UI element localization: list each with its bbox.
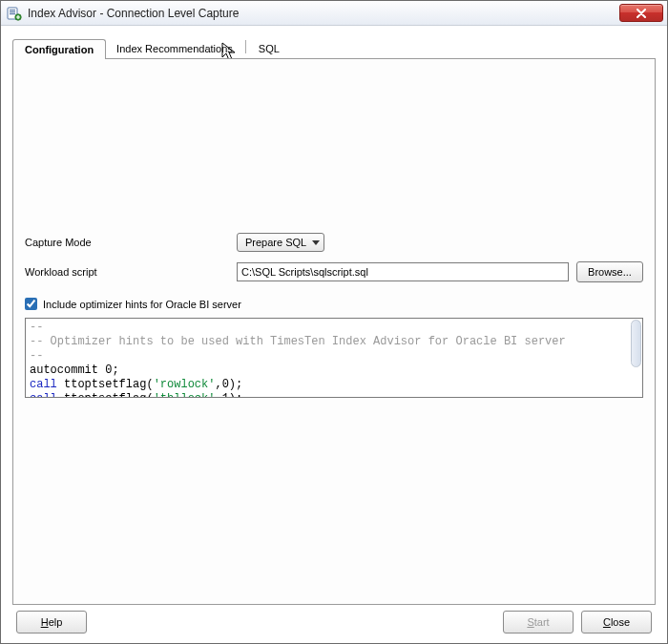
title-bar: Index Advisor - Connection Level Capture bbox=[1, 1, 667, 26]
tab-configuration[interactable]: Configuration bbox=[12, 39, 106, 59]
tab-label: Configuration bbox=[25, 44, 94, 55]
workload-script-row: Workload script Browse... bbox=[25, 261, 643, 282]
capture-mode-label: Capture Mode bbox=[25, 237, 237, 248]
scrollbar-thumb[interactable] bbox=[631, 320, 641, 367]
chevron-down-icon bbox=[312, 240, 320, 245]
tab-label: SQL bbox=[259, 43, 280, 54]
browse-button[interactable]: Browse... bbox=[576, 261, 643, 282]
include-hints-checkbox[interactable] bbox=[25, 298, 37, 310]
tab-strip: Configuration Index Recommendations SQL bbox=[12, 35, 656, 58]
include-hints-label: Include optimizer hints for Oracle BI se… bbox=[43, 299, 241, 310]
workload-script-input[interactable] bbox=[237, 262, 569, 281]
content-area: Configuration Index Recommendations SQL … bbox=[1, 26, 667, 643]
code-line: -- bbox=[30, 349, 43, 363]
window-close-button[interactable] bbox=[619, 4, 663, 22]
capture-mode-value: Prepare SQL bbox=[245, 237, 306, 248]
code-line: call ttoptsetflag('rowlock',0); bbox=[30, 378, 242, 391]
capture-mode-dropdown[interactable]: Prepare SQL bbox=[237, 233, 324, 252]
svg-rect-3 bbox=[10, 13, 15, 14]
code-line: -- Optimizer hints to be used with Times… bbox=[30, 335, 566, 348]
workload-script-label: Workload script bbox=[25, 266, 237, 278]
code-line: autocommit 0; bbox=[30, 364, 119, 377]
bottom-button-bar: Help Start Close bbox=[12, 605, 656, 635]
code-line: -- bbox=[30, 321, 43, 334]
empty-space bbox=[25, 71, 643, 233]
tab-index-recommendations[interactable]: Index Recommendations bbox=[106, 38, 243, 58]
start-label: Start bbox=[527, 616, 549, 628]
code-line: call ttoptsetflag('tbllock',1); bbox=[30, 392, 242, 398]
svg-rect-2 bbox=[10, 11, 15, 12]
window-title: Index Advisor - Connection Level Capture bbox=[28, 7, 619, 20]
tab-sql[interactable]: SQL bbox=[248, 38, 290, 58]
capture-mode-row: Capture Mode Prepare SQL bbox=[25, 233, 643, 252]
dialog-window: Index Advisor - Connection Level Capture… bbox=[0, 0, 668, 644]
browse-label: Browse... bbox=[588, 266, 632, 278]
help-button[interactable]: Help bbox=[16, 611, 87, 634]
app-icon bbox=[7, 6, 22, 21]
close-button[interactable]: Close bbox=[581, 611, 652, 634]
help-label: Help bbox=[41, 616, 63, 628]
close-label: Close bbox=[603, 616, 630, 628]
include-hints-row: Include optimizer hints for Oracle BI se… bbox=[25, 298, 643, 310]
tab-panel-configuration: Capture Mode Prepare SQL Workload script… bbox=[12, 58, 656, 605]
svg-rect-1 bbox=[10, 10, 15, 10]
hints-code-box[interactable]: -- -- Optimizer hints to be used with Ti… bbox=[25, 318, 643, 398]
tab-label: Index Recommendations bbox=[116, 43, 233, 54]
start-button: Start bbox=[503, 611, 574, 634]
tab-separator bbox=[245, 40, 246, 53]
